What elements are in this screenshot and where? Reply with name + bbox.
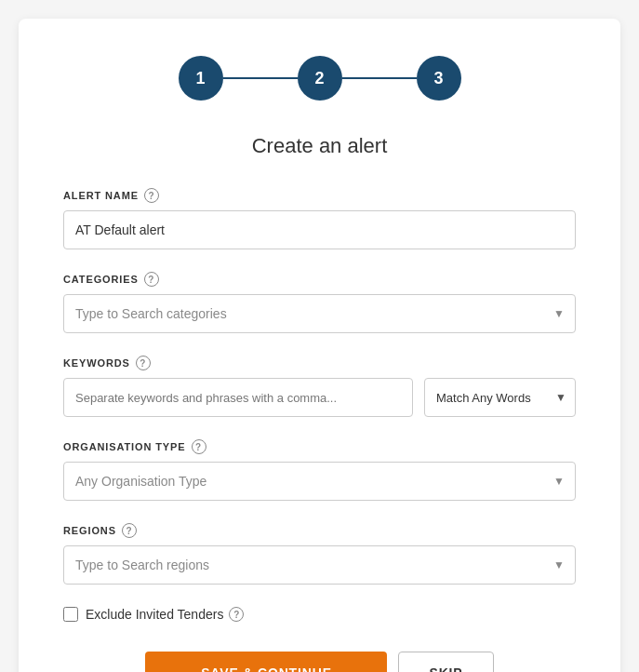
alert-name-label: ALERT NAME ? [63, 188, 576, 203]
organisation-type-select-wrapper: Any Organisation Type ▼ [63, 462, 576, 501]
regions-label: REGIONS ? [63, 523, 576, 538]
create-alert-card: 1 2 3 Create an alert ALERT NAME ? CATEG… [19, 19, 620, 672]
match-select-wrapper: Match Any Words Match All Words Match Ex… [424, 378, 576, 417]
match-select[interactable]: Match Any Words Match All Words Match Ex… [424, 378, 576, 417]
regions-select-wrapper: Type to Search regions ▼ [63, 545, 576, 585]
keywords-input[interactable] [63, 378, 413, 417]
exclude-invited-tenders-help-icon[interactable]: ? [229, 607, 244, 622]
keywords-input-wrapper [63, 378, 413, 417]
save-continue-button[interactable]: SAVE & CONTINUE [145, 652, 387, 672]
skip-button[interactable]: SKIP [398, 652, 493, 672]
exclude-invited-tenders-label[interactable]: Exclude Invited Tenders ? [86, 607, 244, 622]
step-line-1 [223, 77, 298, 79]
organisation-type-select[interactable]: Any Organisation Type [63, 462, 576, 501]
organisation-type-help-icon[interactable]: ? [192, 439, 206, 454]
exclude-invited-tenders-checkbox[interactable] [63, 607, 78, 622]
organisation-type-label: ORGANISATION TYPE ? [63, 439, 576, 454]
regions-group: REGIONS ? Type to Search regions ▼ [63, 523, 576, 585]
categories-help-icon[interactable]: ? [144, 272, 159, 287]
step-1: 1 [179, 56, 223, 101]
stepper: 1 2 3 [63, 56, 576, 101]
alert-name-help-icon[interactable]: ? [144, 188, 159, 203]
regions-help-icon[interactable]: ? [122, 523, 137, 538]
keywords-row: Match Any Words Match All Words Match Ex… [63, 378, 576, 417]
exclude-invited-tenders-row: Exclude Invited Tenders ? [63, 607, 576, 622]
categories-select[interactable]: Type to Search categories [63, 294, 576, 333]
categories-label: CATEGORIES ? [63, 272, 576, 287]
categories-group: CATEGORIES ? Type to Search categories ▼ [63, 272, 576, 333]
keywords-help-icon[interactable]: ? [136, 356, 151, 370]
step-3: 3 [417, 56, 461, 101]
step-2: 2 [298, 56, 342, 101]
page-title: Create an alert [63, 134, 576, 158]
keywords-group: KEYWORDS ? Match Any Words Match All Wor… [63, 356, 576, 417]
categories-select-wrapper: Type to Search categories ▼ [63, 294, 576, 333]
alert-name-group: ALERT NAME ? [63, 188, 576, 249]
footer-buttons: SAVE & CONTINUE SKIP [63, 652, 576, 672]
regions-select[interactable]: Type to Search regions [63, 545, 576, 585]
step-line-2 [342, 77, 417, 79]
keywords-label: KEYWORDS ? [63, 356, 576, 370]
alert-name-input[interactable] [63, 210, 576, 249]
organisation-type-group: ORGANISATION TYPE ? Any Organisation Typ… [63, 439, 576, 501]
